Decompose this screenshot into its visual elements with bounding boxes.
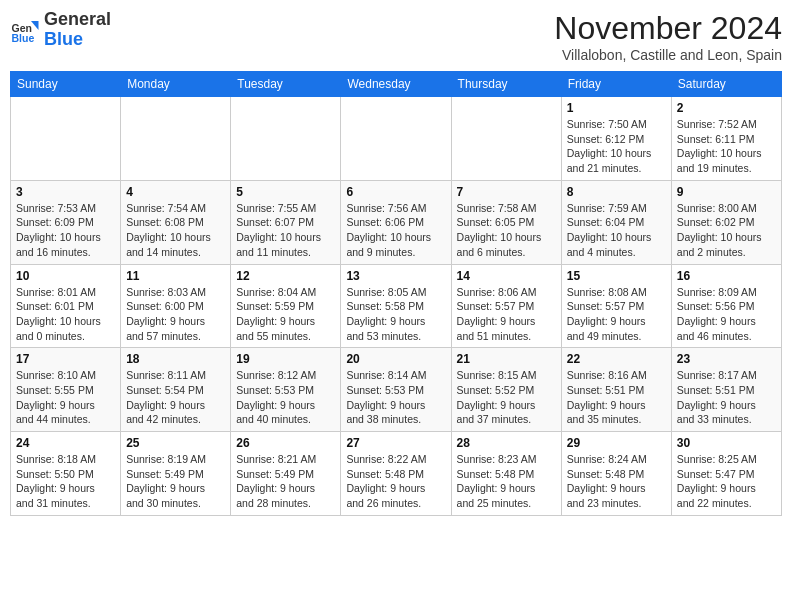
day-info: Sunrise: 8:16 AM Sunset: 5:51 PM Dayligh… <box>567 368 666 427</box>
calendar-cell <box>341 97 451 181</box>
day-number: 2 <box>677 101 776 115</box>
day-info: Sunrise: 8:24 AM Sunset: 5:48 PM Dayligh… <box>567 452 666 511</box>
header-day-friday: Friday <box>561 72 671 97</box>
day-number: 24 <box>16 436 115 450</box>
header-day-tuesday: Tuesday <box>231 72 341 97</box>
day-number: 9 <box>677 185 776 199</box>
calendar-cell: 6Sunrise: 7:56 AM Sunset: 6:06 PM Daylig… <box>341 180 451 264</box>
svg-marker-2 <box>31 21 39 30</box>
day-number: 18 <box>126 352 225 366</box>
day-info: Sunrise: 7:56 AM Sunset: 6:06 PM Dayligh… <box>346 201 445 260</box>
day-number: 26 <box>236 436 335 450</box>
day-number: 27 <box>346 436 445 450</box>
calendar-cell: 2Sunrise: 7:52 AM Sunset: 6:11 PM Daylig… <box>671 97 781 181</box>
calendar-week-1: 1Sunrise: 7:50 AM Sunset: 6:12 PM Daylig… <box>11 97 782 181</box>
calendar-cell <box>11 97 121 181</box>
calendar-body: 1Sunrise: 7:50 AM Sunset: 6:12 PM Daylig… <box>11 97 782 516</box>
day-number: 30 <box>677 436 776 450</box>
day-number: 4 <box>126 185 225 199</box>
day-number: 29 <box>567 436 666 450</box>
month-title: November 2024 <box>554 10 782 47</box>
calendar-cell: 19Sunrise: 8:12 AM Sunset: 5:53 PM Dayli… <box>231 348 341 432</box>
day-info: Sunrise: 7:58 AM Sunset: 6:05 PM Dayligh… <box>457 201 556 260</box>
day-info: Sunrise: 8:22 AM Sunset: 5:48 PM Dayligh… <box>346 452 445 511</box>
calendar-cell: 17Sunrise: 8:10 AM Sunset: 5:55 PM Dayli… <box>11 348 121 432</box>
calendar-week-5: 24Sunrise: 8:18 AM Sunset: 5:50 PM Dayli… <box>11 432 782 516</box>
calendar-cell: 26Sunrise: 8:21 AM Sunset: 5:49 PM Dayli… <box>231 432 341 516</box>
header-day-monday: Monday <box>121 72 231 97</box>
calendar-cell <box>121 97 231 181</box>
title-block: November 2024 Villalobon, Castille and L… <box>554 10 782 63</box>
calendar-cell: 12Sunrise: 8:04 AM Sunset: 5:59 PM Dayli… <box>231 264 341 348</box>
calendar-cell: 22Sunrise: 8:16 AM Sunset: 5:51 PM Dayli… <box>561 348 671 432</box>
calendar-cell: 24Sunrise: 8:18 AM Sunset: 5:50 PM Dayli… <box>11 432 121 516</box>
day-info: Sunrise: 8:04 AM Sunset: 5:59 PM Dayligh… <box>236 285 335 344</box>
day-info: Sunrise: 8:23 AM Sunset: 5:48 PM Dayligh… <box>457 452 556 511</box>
calendar-cell: 5Sunrise: 7:55 AM Sunset: 6:07 PM Daylig… <box>231 180 341 264</box>
calendar-cell: 30Sunrise: 8:25 AM Sunset: 5:47 PM Dayli… <box>671 432 781 516</box>
day-info: Sunrise: 8:03 AM Sunset: 6:00 PM Dayligh… <box>126 285 225 344</box>
calendar-cell: 13Sunrise: 8:05 AM Sunset: 5:58 PM Dayli… <box>341 264 451 348</box>
calendar-cell: 10Sunrise: 8:01 AM Sunset: 6:01 PM Dayli… <box>11 264 121 348</box>
calendar-cell: 11Sunrise: 8:03 AM Sunset: 6:00 PM Dayli… <box>121 264 231 348</box>
calendar-cell <box>451 97 561 181</box>
day-number: 12 <box>236 269 335 283</box>
day-info: Sunrise: 8:00 AM Sunset: 6:02 PM Dayligh… <box>677 201 776 260</box>
day-info: Sunrise: 8:08 AM Sunset: 5:57 PM Dayligh… <box>567 285 666 344</box>
logo-icon: Gen Blue <box>10 15 40 45</box>
calendar-cell: 7Sunrise: 7:58 AM Sunset: 6:05 PM Daylig… <box>451 180 561 264</box>
calendar-cell: 18Sunrise: 8:11 AM Sunset: 5:54 PM Dayli… <box>121 348 231 432</box>
day-info: Sunrise: 8:15 AM Sunset: 5:52 PM Dayligh… <box>457 368 556 427</box>
calendar-week-2: 3Sunrise: 7:53 AM Sunset: 6:09 PM Daylig… <box>11 180 782 264</box>
day-number: 25 <box>126 436 225 450</box>
day-number: 10 <box>16 269 115 283</box>
day-number: 7 <box>457 185 556 199</box>
calendar-cell: 4Sunrise: 7:54 AM Sunset: 6:08 PM Daylig… <box>121 180 231 264</box>
day-number: 15 <box>567 269 666 283</box>
logo-text: General Blue <box>44 10 111 50</box>
day-number: 8 <box>567 185 666 199</box>
day-info: Sunrise: 7:55 AM Sunset: 6:07 PM Dayligh… <box>236 201 335 260</box>
logo: Gen Blue General Blue <box>10 10 111 50</box>
calendar-cell: 28Sunrise: 8:23 AM Sunset: 5:48 PM Dayli… <box>451 432 561 516</box>
day-number: 13 <box>346 269 445 283</box>
day-info: Sunrise: 8:10 AM Sunset: 5:55 PM Dayligh… <box>16 368 115 427</box>
calendar-week-4: 17Sunrise: 8:10 AM Sunset: 5:55 PM Dayli… <box>11 348 782 432</box>
location-subtitle: Villalobon, Castille and Leon, Spain <box>554 47 782 63</box>
day-number: 28 <box>457 436 556 450</box>
header-day-sunday: Sunday <box>11 72 121 97</box>
page-header: Gen Blue General Blue November 2024 Vill… <box>10 10 782 63</box>
day-info: Sunrise: 7:54 AM Sunset: 6:08 PM Dayligh… <box>126 201 225 260</box>
calendar-cell: 1Sunrise: 7:50 AM Sunset: 6:12 PM Daylig… <box>561 97 671 181</box>
day-number: 20 <box>346 352 445 366</box>
calendar-cell: 27Sunrise: 8:22 AM Sunset: 5:48 PM Dayli… <box>341 432 451 516</box>
day-info: Sunrise: 7:50 AM Sunset: 6:12 PM Dayligh… <box>567 117 666 176</box>
day-number: 1 <box>567 101 666 115</box>
day-info: Sunrise: 7:59 AM Sunset: 6:04 PM Dayligh… <box>567 201 666 260</box>
day-info: Sunrise: 8:11 AM Sunset: 5:54 PM Dayligh… <box>126 368 225 427</box>
day-number: 21 <box>457 352 556 366</box>
day-number: 16 <box>677 269 776 283</box>
day-number: 14 <box>457 269 556 283</box>
day-info: Sunrise: 8:17 AM Sunset: 5:51 PM Dayligh… <box>677 368 776 427</box>
calendar-table: SundayMondayTuesdayWednesdayThursdayFrid… <box>10 71 782 516</box>
calendar-cell: 29Sunrise: 8:24 AM Sunset: 5:48 PM Dayli… <box>561 432 671 516</box>
day-info: Sunrise: 7:52 AM Sunset: 6:11 PM Dayligh… <box>677 117 776 176</box>
day-info: Sunrise: 8:14 AM Sunset: 5:53 PM Dayligh… <box>346 368 445 427</box>
calendar-header-row: SundayMondayTuesdayWednesdayThursdayFrid… <box>11 72 782 97</box>
calendar-cell: 16Sunrise: 8:09 AM Sunset: 5:56 PM Dayli… <box>671 264 781 348</box>
day-info: Sunrise: 8:25 AM Sunset: 5:47 PM Dayligh… <box>677 452 776 511</box>
svg-text:Blue: Blue <box>12 32 35 44</box>
calendar-cell: 23Sunrise: 8:17 AM Sunset: 5:51 PM Dayli… <box>671 348 781 432</box>
day-number: 23 <box>677 352 776 366</box>
calendar-cell: 9Sunrise: 8:00 AM Sunset: 6:02 PM Daylig… <box>671 180 781 264</box>
day-number: 3 <box>16 185 115 199</box>
header-day-saturday: Saturday <box>671 72 781 97</box>
day-info: Sunrise: 8:01 AM Sunset: 6:01 PM Dayligh… <box>16 285 115 344</box>
calendar-cell: 3Sunrise: 7:53 AM Sunset: 6:09 PM Daylig… <box>11 180 121 264</box>
day-number: 22 <box>567 352 666 366</box>
day-number: 17 <box>16 352 115 366</box>
day-info: Sunrise: 8:19 AM Sunset: 5:49 PM Dayligh… <box>126 452 225 511</box>
day-info: Sunrise: 8:21 AM Sunset: 5:49 PM Dayligh… <box>236 452 335 511</box>
calendar-cell <box>231 97 341 181</box>
